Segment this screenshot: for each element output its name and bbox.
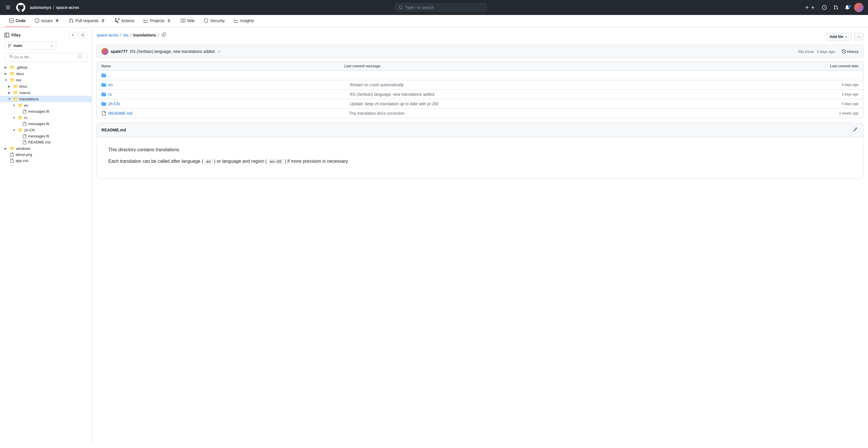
- tree-item-zhcn-folder[interactable]: ▼ 📁 zh-CN: [0, 127, 92, 133]
- folder-icon: 📁: [18, 115, 23, 120]
- file-link-en[interactable]: en: [108, 83, 113, 87]
- tree-item-res[interactable]: ▼ 📁 res: [0, 77, 92, 83]
- tree-item-rs-folder[interactable]: ▼ 📁 rs: [0, 115, 92, 121]
- header-search-container: [84, 3, 798, 11]
- tree-item-en-folder[interactable]: ▼ 📁 en: [0, 102, 92, 109]
- readme-edit-button[interactable]: [851, 126, 859, 134]
- breadcrumb-sep2: /: [130, 33, 132, 37]
- file-table-header: Name Last commit message Last commit dat…: [97, 62, 863, 71]
- create-new-button[interactable]: [803, 4, 817, 11]
- hamburger-button[interactable]: [5, 4, 11, 11]
- go-to-file-input[interactable]: [14, 53, 77, 59]
- folder-icon: 📁: [10, 78, 14, 82]
- tree-item-messages-rs[interactable]: messages.ftl: [0, 121, 92, 127]
- nav-actions[interactable]: Actions: [111, 15, 139, 27]
- repo-nav: Code Issues 6 Pull requests 2 Actions Pr…: [0, 15, 868, 27]
- tree-item-github[interactable]: ▶ 📁 .github: [0, 64, 92, 70]
- file-name-parent: ..: [101, 73, 351, 78]
- nav-code-label: Code: [16, 19, 26, 23]
- history-button[interactable]: History: [842, 50, 859, 54]
- add-file-sidebar-btn[interactable]: [69, 32, 77, 38]
- tree-item-docs[interactable]: ▶ 📁 docs: [0, 70, 92, 77]
- copy-path-button[interactable]: [161, 32, 167, 38]
- commit-msg-en: Restart on crash automatically: [350, 83, 837, 87]
- more-options-button[interactable]: ···: [854, 33, 863, 40]
- tree-label-docs: docs: [16, 71, 24, 76]
- avatar[interactable]: [854, 3, 863, 12]
- issues-button[interactable]: [820, 4, 829, 11]
- breadcrumb-repo-link[interactable]: space-acres: [97, 33, 118, 37]
- date-zhcn: 4 days ago: [842, 102, 859, 106]
- search-box[interactable]: [395, 3, 487, 11]
- nav-pull-requests[interactable]: Pull requests 2: [64, 15, 111, 27]
- date-rs: 3 days ago: [842, 92, 859, 96]
- file-link-rs[interactable]: rs: [108, 92, 112, 97]
- tree-label-zhcn: zh-CN: [24, 128, 35, 132]
- col-date-header: Last commit date: [830, 64, 859, 68]
- pull-requests-button[interactable]: [831, 4, 840, 11]
- nav-code[interactable]: Code: [5, 15, 30, 27]
- table-row: rs RS (Serbian) language, new translatio…: [97, 90, 863, 99]
- tree-item-messages-zh[interactable]: messages.ftl: [0, 133, 92, 139]
- nav-insights-label: Insights: [240, 19, 254, 23]
- file-link-parent[interactable]: ..: [108, 73, 111, 78]
- tree-item-linux[interactable]: ▶ 📁 linux: [0, 83, 92, 89]
- commit-message-link[interactable]: RS (Serbian) language, new translations …: [130, 49, 216, 54]
- sidebar-panel-icon: [5, 33, 9, 37]
- nav-security[interactable]: Security: [199, 15, 229, 27]
- sidebar-title: Files: [11, 33, 21, 37]
- table-row: zh-CN Update: keep zh translation up to …: [97, 99, 863, 109]
- tree-item-aboutpng[interactable]: about.png: [0, 152, 92, 157]
- file-link-readme[interactable]: README.md: [108, 111, 132, 116]
- chevron-down-icon: ▼: [5, 79, 8, 82]
- tree-item-windows[interactable]: ▶ 📁 windows: [0, 145, 92, 152]
- tree-item-readme[interactable]: README.md: [0, 139, 92, 145]
- nav-pr-label: Pull requests: [75, 19, 99, 23]
- history-label: History: [847, 50, 859, 54]
- tree-item-macos[interactable]: ▶ 📁 macos: [0, 89, 92, 96]
- readme-title: README.md: [101, 128, 126, 132]
- chevron-right-icon: ▶: [5, 147, 8, 150]
- tree-label-messages-zh: messages.ftl: [28, 134, 49, 138]
- commit-bar-left: spale777 RS (Serbian) language, new tran…: [101, 48, 221, 55]
- branch-dropdown[interactable]: main: [5, 42, 56, 50]
- file-icon: [23, 134, 26, 138]
- breadcrumb-current: translations: [133, 33, 156, 37]
- nav-wiki-label: Wiki: [187, 19, 194, 23]
- file-icon: [10, 159, 14, 163]
- chevron-down-icon: ▼: [8, 97, 11, 101]
- header-repo-link[interactable]: space-acres: [56, 5, 79, 10]
- tree-label-messages-rs: messages.ftl: [28, 122, 49, 126]
- file-link-zhcn[interactable]: zh-CN: [108, 101, 120, 106]
- go-to-file-box[interactable]: t: [5, 53, 87, 62]
- search-input[interactable]: [405, 5, 483, 10]
- nav-issues[interactable]: Issues 6: [30, 15, 64, 27]
- readme-body: This directory contains translations. Ea…: [97, 137, 863, 179]
- file-sidebar: Files main t: [0, 27, 92, 445]
- chevron-right-icon: ▶: [5, 66, 8, 69]
- add-file-button[interactable]: Add file: [826, 33, 851, 40]
- header-org-link[interactable]: autonomys: [30, 5, 52, 10]
- branch-selector: main: [0, 42, 92, 53]
- chevron-down-icon: ▼: [13, 128, 16, 132]
- breadcrumb-res-link[interactable]: res: [123, 33, 128, 37]
- tree-item-messages-en[interactable]: messages.ftl: [0, 109, 92, 115]
- notifications-button[interactable]: [843, 4, 852, 11]
- nav-insights[interactable]: Insights: [229, 15, 259, 27]
- tree-item-appcss[interactable]: app.css: [0, 157, 92, 163]
- commit-separator: ·: [838, 50, 839, 54]
- tree-item-translations[interactable]: ▼ 📁 translations: [0, 96, 92, 102]
- nav-projects[interactable]: Projects 1: [139, 15, 176, 27]
- file-icon: [23, 122, 26, 126]
- github-logo[interactable]: [16, 3, 25, 12]
- breadcrumb-sep3: /: [158, 33, 159, 37]
- sidebar-header-icons: [69, 32, 87, 38]
- commit-avatar: [101, 48, 108, 55]
- commit-sha-link[interactable]: 58ca5ae: [798, 50, 814, 54]
- search-file-sidebar-btn[interactable]: [79, 32, 87, 38]
- commit-check-icon: ✓: [218, 50, 221, 54]
- folder-icon: 📁: [10, 65, 14, 69]
- table-row: ..: [97, 71, 863, 80]
- file-name-en: en: [101, 83, 345, 87]
- nav-wiki[interactable]: Wiki: [176, 15, 199, 27]
